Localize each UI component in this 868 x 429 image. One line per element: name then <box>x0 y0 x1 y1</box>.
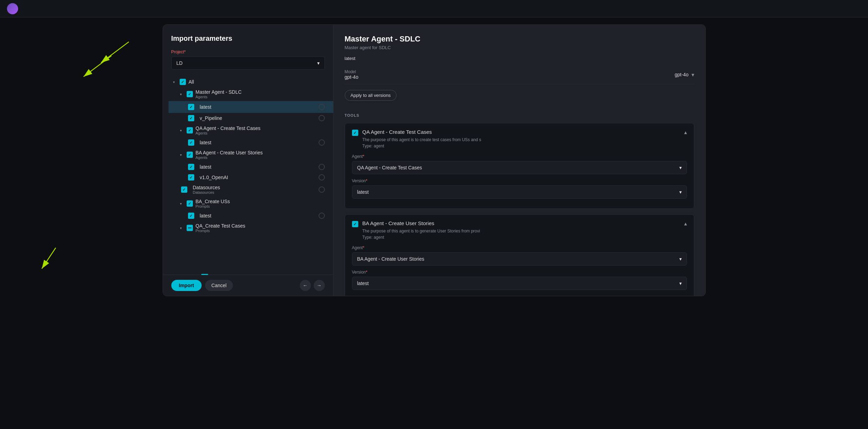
master-agent-label: Master Agent - SDLC <box>196 89 325 95</box>
nav-next-button[interactable]: → <box>314 280 325 291</box>
tool-ba-version-select[interactable]: latest ▾ <box>352 277 687 290</box>
ds-sub: Datasources <box>193 190 319 194</box>
tool-ba-agent-select[interactable]: BA Agent - Create User Stories ▾ <box>352 252 687 266</box>
tree-row-all[interactable]: ▾ ✓ All <box>171 77 325 87</box>
qa-tc-chevron-icon: ▾ <box>178 225 184 231</box>
tree-row-ma-latest[interactable]: ✓ latest <box>169 101 333 113</box>
ma-latest-radio[interactable] <box>319 104 325 110</box>
import-button[interactable]: Import <box>171 280 202 291</box>
qa-tc-sub: Prompts <box>196 229 325 233</box>
ba-uss-label: BA_Create USs <box>196 199 325 204</box>
project-label: Project* <box>171 49 325 54</box>
tool-ba-desc: The purpose of this agent is to generate… <box>362 229 687 233</box>
modal-container: Import parameters Project* LD ▾ ▾ ✓ All <box>163 24 706 296</box>
ma-latest-label: latest <box>200 104 319 110</box>
ba-uss-latest-label: latest <box>200 213 319 219</box>
tool-ba-agent-chevron-icon: ▾ <box>679 256 682 262</box>
tool-ba-collapse-button[interactable]: ▴ <box>684 220 687 227</box>
tool-ba-agent-value: BA Agent - Create User Stories <box>357 256 424 262</box>
nav-prev-button[interactable]: ← <box>300 280 311 291</box>
qa-latest-radio[interactable] <box>319 139 325 146</box>
ba-latest-checkbox[interactable]: ✓ <box>188 164 194 170</box>
ba-uss-checkbox[interactable]: ✓ <box>187 200 193 207</box>
tool-qa-checkbox[interactable]: ✓ <box>352 130 358 136</box>
panel-title: Import parameters <box>171 35 325 43</box>
project-dropdown[interactable]: LD ▾ <box>171 56 325 70</box>
master-agent-sub: Agents <box>196 95 325 99</box>
top-bar <box>0 0 868 17</box>
agent-subtitle: Master agent for SDLC <box>345 45 694 50</box>
qa-latest-checkbox[interactable]: ✓ <box>188 139 194 146</box>
scroll-indicator <box>201 274 208 275</box>
ma-vpipeline-radio[interactable] <box>319 115 325 121</box>
tree-container: ▾ ✓ All ▾ ✓ Master Agent - SDLC <box>163 77 333 275</box>
tree-row-qa-create-tc[interactable]: ▾ QA_Create Test Cases Prompts <box>178 221 325 235</box>
ba-agent-label: BA Agent - Create User Stories <box>196 150 325 155</box>
tool-ba-version-chevron-icon: ▾ <box>679 281 682 286</box>
tree-row-ba-create-uss[interactable]: ▾ ✓ BA_Create USs Prompts <box>178 197 325 210</box>
tree-row-ba-latest[interactable]: ✓ latest <box>185 162 325 172</box>
nav-arrows: ← → <box>300 280 325 291</box>
tool-qa-version-select[interactable]: latest ▾ <box>352 185 687 199</box>
tool-qa-collapse-button[interactable]: ▴ <box>684 129 687 136</box>
ba-latest-label: latest <box>200 164 319 170</box>
ba-uss-latest-checkbox[interactable]: ✓ <box>188 213 194 219</box>
model-field-row: Model gpt-4o gpt-4o ▾ <box>345 65 694 84</box>
apply-all-button[interactable]: Apply to all versions <box>345 90 397 101</box>
qa-tc-label: QA_Create Test Cases <box>196 223 325 229</box>
tool-card-ba: ✓ BA Agent - Create User Stories ▴ The p… <box>345 214 694 296</box>
tool-qa-agent-select[interactable]: QA Agent - Create Test Cases ▾ <box>352 161 687 174</box>
tree-row-ma-vpipeline[interactable]: ✓ v_Pipeline <box>185 113 325 123</box>
master-checkbox[interactable]: ✓ <box>187 91 193 97</box>
tool-qa-version-value: latest <box>357 189 369 195</box>
all-label: All <box>189 79 325 85</box>
qa-checkbox[interactable]: ✓ <box>187 127 193 133</box>
qa-chevron-icon: ▾ <box>178 128 184 133</box>
tool-ba-version-value: latest <box>357 281 369 286</box>
tools-section-label: TOOLS <box>345 113 694 117</box>
ba-uss-latest-radio[interactable] <box>319 213 325 219</box>
ba-v1-label: v1.0_OpenAI <box>200 175 319 180</box>
tree-row-ba-agent[interactable]: ▾ ✓ BA Agent - Create User Stories Agent… <box>178 148 325 162</box>
qa-tc-checkbox[interactable] <box>187 225 193 231</box>
ba-uss-chevron-icon: ▾ <box>178 201 184 206</box>
model-dropdown-value: gpt-4o <box>675 72 689 77</box>
ba-v1-radio[interactable] <box>319 174 325 181</box>
ma-latest-checkbox[interactable]: ✓ <box>188 104 194 110</box>
ma-vpipeline-checkbox[interactable]: ✓ <box>188 115 194 121</box>
tree-row-qa-latest[interactable]: ✓ latest <box>185 137 325 148</box>
ba-latest-radio[interactable] <box>319 164 325 170</box>
panel-footer: Import Cancel ← → <box>163 275 333 296</box>
ba-chevron-icon: ▾ <box>178 152 184 158</box>
cancel-button[interactable]: Cancel <box>205 280 233 291</box>
tree-row-master-agent[interactable]: ▾ ✓ Master Agent - SDLC Agents <box>178 87 325 101</box>
ds-checkbox[interactable]: ✓ <box>181 186 187 193</box>
tool-card-qa: ✓ QA Agent - Create Test Cases ▴ The pur… <box>345 123 694 209</box>
qa-latest-label: latest <box>200 140 319 145</box>
modal-overlay: Import parameters Project* LD ▾ ▾ ✓ All <box>0 17 868 429</box>
version-badge: latest <box>345 56 694 61</box>
tool-qa-version-label: Version* <box>352 178 687 183</box>
ba-agent-sub: Agents <box>196 155 325 160</box>
model-label: Model <box>345 69 359 74</box>
all-chevron-icon: ▾ <box>171 79 177 85</box>
tool-qa-agent-label: Agent* <box>352 154 687 159</box>
tree-row-ba-uss-latest[interactable]: ✓ latest <box>185 210 325 221</box>
tool-ba-checkbox[interactable]: ✓ <box>352 221 358 227</box>
tool-ba-name: BA Agent - Create User Stories <box>362 220 435 226</box>
tool-qa-type: Type: agent <box>362 144 687 148</box>
tree-row-qa-agent[interactable]: ▾ ✓ QA Agent - Create Test Cases Agents <box>178 123 325 137</box>
ba-v1-checkbox[interactable]: ✓ <box>188 174 194 181</box>
ds-radio[interactable] <box>319 186 325 193</box>
app-logo <box>7 3 18 14</box>
tree-row-ba-v1[interactable]: ✓ v1.0_OpenAI <box>185 172 325 183</box>
ba-checkbox[interactable]: ✓ <box>187 152 193 158</box>
right-panel: Master Agent - SDLC Master agent for SDL… <box>334 25 705 296</box>
tool-qa-agent-value: QA Agent - Create Test Cases <box>357 165 422 170</box>
ds-label: Datasources <box>193 185 319 190</box>
model-value: gpt-4o <box>345 74 359 80</box>
dropdown-chevron-icon: ▾ <box>317 60 320 66</box>
ma-vpipeline-label: v_Pipeline <box>200 115 319 121</box>
all-checkbox[interactable]: ✓ <box>180 79 186 85</box>
tree-row-datasources[interactable]: ✓ Datasources Datasources <box>178 183 325 197</box>
